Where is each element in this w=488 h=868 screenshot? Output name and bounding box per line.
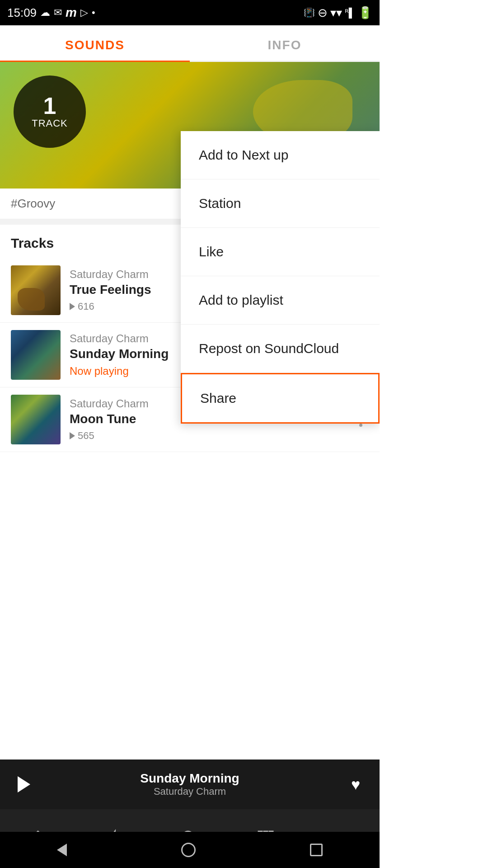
track-thumb-2: [11, 330, 61, 380]
status-bar: 15:09 ☁ ✉ m ▷ • 📳 ⊖ ▾▾ ᴿ▌ 🔋: [0, 0, 380, 25]
dot-icon: •: [92, 7, 95, 19]
back-icon: [57, 844, 67, 856]
context-like[interactable]: Like: [181, 228, 380, 276]
android-nav: [0, 832, 380, 868]
context-share[interactable]: Share: [181, 373, 380, 424]
context-repost[interactable]: Repost on SoundCloud: [181, 325, 380, 373]
np-play-button[interactable]: [13, 773, 35, 796]
track-art-3: [11, 395, 61, 444]
android-back-button[interactable]: [57, 844, 67, 856]
np-info: Sunday Morning Saturday Charm: [35, 771, 344, 797]
np-artist: Saturday Charm: [35, 786, 344, 797]
send-icon: ▷: [80, 7, 88, 19]
track-thumb-3: [11, 395, 61, 444]
recents-icon: [310, 844, 323, 856]
tab-sounds[interactable]: SOUNDS: [0, 25, 190, 61]
battery-icon: 🔋: [358, 6, 372, 20]
home-icon: [181, 843, 196, 857]
android-recents-button[interactable]: [310, 844, 323, 856]
m-icon: m: [66, 5, 77, 20]
track-art-1: [11, 265, 61, 315]
plays-count-3: 565: [78, 430, 94, 442]
context-add-next[interactable]: Add to Next up: [181, 131, 380, 179]
signal-icon: ᴿ▌: [345, 7, 355, 18]
play-icon-1: [70, 303, 75, 310]
play-icon-3: [70, 432, 75, 439]
plays-count-1: 616: [78, 301, 94, 312]
now-playing-bar: Sunday Morning Saturday Charm ♥: [0, 760, 380, 809]
np-heart-button[interactable]: ♥: [344, 773, 367, 796]
soundcloud-icon: ☁: [40, 7, 50, 19]
tab-info[interactable]: INFO: [190, 25, 380, 61]
status-left: 15:09 ☁ ✉ m ▷ •: [7, 5, 95, 20]
status-time: 15:09: [7, 6, 37, 20]
np-play-icon: [18, 776, 30, 793]
track-label: TRACK: [32, 118, 68, 129]
context-station[interactable]: Station: [181, 179, 380, 228]
track-plays-3: 565: [70, 430, 316, 442]
track-art-2: [11, 330, 61, 380]
gmail-icon: ✉: [54, 7, 62, 19]
context-add-playlist[interactable]: Add to playlist: [181, 276, 380, 325]
track-badge: 1 TRACK: [14, 75, 86, 148]
context-menu: Add to Next up Station Like Add to playl…: [181, 131, 380, 424]
np-title: Sunday Morning: [35, 771, 344, 786]
top-tabs: SOUNDS INFO: [0, 25, 380, 62]
track-thumb-1: [11, 265, 61, 315]
wifi-icon: ▾▾: [330, 6, 342, 20]
track-count: 1: [43, 94, 56, 118]
android-home-button[interactable]: [181, 843, 196, 857]
status-right: 📳 ⊖ ▾▾ ᴿ▌ 🔋: [304, 6, 372, 20]
minus-circle-icon: ⊖: [318, 6, 328, 20]
vibrate-icon: 📳: [304, 7, 315, 18]
